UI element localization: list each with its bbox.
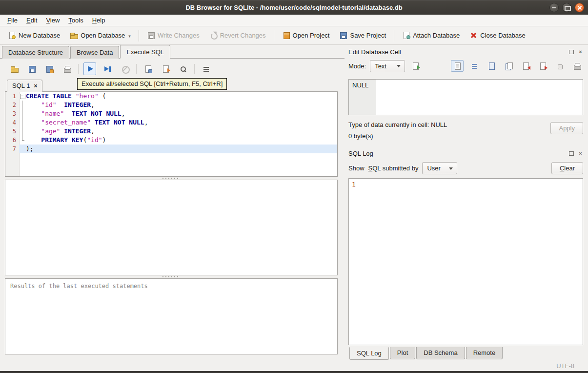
import-file-icon [411,62,420,70]
text-view-icon [453,62,462,70]
save-project-button[interactable]: Save Project [334,28,391,42]
text-view-button[interactable] [451,60,464,72]
open-database-label: Open Database [81,32,125,39]
menu-item-view[interactable]: View [41,15,64,25]
close-tab-icon[interactable]: × [34,83,37,89]
tab-remote[interactable]: Remote [466,347,503,359]
dock-close-icon[interactable] [578,49,583,55]
window-title: DB Browser for SQLite - /home/user/code/… [185,4,402,11]
stop-button[interactable] [119,62,131,75]
maximize-button[interactable] [562,3,571,12]
encoding-indicator: UTF-8 [556,362,574,370]
splitter-handle[interactable] [5,275,338,278]
code-text: "id" INTEGER, [26,101,95,109]
tab-db-schema[interactable]: DB Schema [416,347,465,359]
open-project-button[interactable]: Open Project [277,28,335,42]
sql-log-view[interactable]: 1 [348,178,583,345]
copy-cell-icon [487,62,496,70]
close-database-button[interactable]: Close Database [465,28,530,42]
open-database-button[interactable]: Open Database▾ [65,28,136,42]
word-wrap-button[interactable] [468,60,481,72]
fold-marker-icon [19,127,26,136]
save-sql-as-button[interactable] [43,62,56,75]
copy-cell-button[interactable] [485,60,498,72]
set-null-icon [556,62,564,70]
import-cell-button[interactable] [519,60,532,72]
log-filter-combo[interactable]: User [422,162,457,174]
dock-close-icon[interactable] [578,151,583,156]
fold-marker-icon[interactable] [19,92,26,101]
new-database-button[interactable]: New Database [3,28,65,42]
code-line-4: 4 "secret_name" TEXT NOT NULL, [5,118,337,127]
print-cell-button[interactable] [570,60,583,72]
save-results-button[interactable] [142,62,154,75]
line-number: 3 [5,109,19,118]
dropdown-caret-icon[interactable]: ▾ [128,34,131,40]
code-text: "name" TEXT NOT NULL, [26,109,125,118]
edit-cell-icon-group [451,60,583,72]
apply-button[interactable]: Apply [550,122,583,134]
new-database-icon [8,31,16,40]
revert-changes-button[interactable]: Revert Changes [204,28,271,42]
tab-database-structure[interactable]: Database Structure [2,46,69,59]
export-results-button[interactable] [159,62,172,75]
tab-sql-log[interactable]: SQL Log [349,347,389,360]
open-sql-file-button[interactable] [8,62,20,75]
splitter-handle[interactable] [5,177,338,180]
menu-item-tools[interactable]: Tools [64,15,87,25]
main-area: Database StructureBrowse DataExecute SQL… [0,45,588,360]
open-database-icon [70,31,78,40]
sql-editor[interactable]: 1CREATE TABLE "hero" (2 "id" INTEGER,3 "… [5,92,338,177]
paste-cell-button[interactable] [502,60,515,72]
code-line-5: 5 "age" INTEGER, [5,127,337,136]
cell-editor[interactable]: NULL [348,79,583,115]
dock-float-icon[interactable] [568,49,574,54]
dock-float-icon[interactable] [568,151,574,156]
toolbar-separator [274,30,274,41]
save-project-label: Save Project [350,32,386,39]
close-button[interactable] [575,3,584,12]
export-cell-button[interactable] [536,60,549,72]
tab-execute-sql[interactable]: Execute SQL [120,45,170,59]
open-project-icon [282,31,290,40]
minimize-button[interactable] [549,3,559,12]
open-sql-file-icon [10,65,19,73]
execute-all-button[interactable] [83,62,96,75]
menu-item-help[interactable]: Help [88,15,110,25]
cell-info-row: Type of data currently in cell: NULL 0 b… [348,121,583,140]
print-sql-button[interactable] [61,62,73,75]
save-sql-file-button[interactable] [25,62,38,75]
import-file-button[interactable] [409,60,422,72]
save-sql-as-icon [45,65,54,73]
fold-marker-icon [19,118,26,127]
code-text: ); [26,145,34,153]
print-cell-icon [573,62,581,70]
cell-value: NULL [352,82,368,89]
menu-item-edit[interactable]: Edit [22,15,41,25]
attach-database-button[interactable]: Attach Database [397,28,465,42]
export-cell-icon [539,62,547,70]
write-changes-icon [147,31,155,40]
code-line-1: 1CREATE TABLE "hero" ( [5,92,337,101]
fold-marker-icon [19,136,26,145]
clear-log-button[interactable]: Clear [551,162,583,174]
paste-cell-icon [505,62,513,70]
word-wrap-icon [470,62,479,70]
mode-combo[interactable]: Text [370,60,405,72]
close-database-label: Close Database [480,32,526,39]
find-replace-button[interactable] [177,62,189,75]
sql-doc-tab[interactable]: SQL 1 × [7,80,42,92]
new-database-label: New Database [19,32,60,39]
tab-browse-data[interactable]: Browse Data [70,46,119,59]
toolbar-separator [194,64,195,74]
code-text: PRIMARY KEY("id") [26,136,106,145]
results-grid [5,180,338,275]
execute-line-button[interactable] [101,62,114,75]
menu-item-file[interactable]: File [3,15,22,25]
sql-doc-tab-label: SQL 1 [12,82,30,89]
tab-plot[interactable]: Plot [390,347,415,359]
set-null-button[interactable] [553,60,566,72]
title-bar: DB Browser for SQLite - /home/user/code/… [0,0,588,15]
format-sql-button[interactable] [200,62,212,75]
write-changes-button[interactable]: Write Changes [142,28,204,42]
